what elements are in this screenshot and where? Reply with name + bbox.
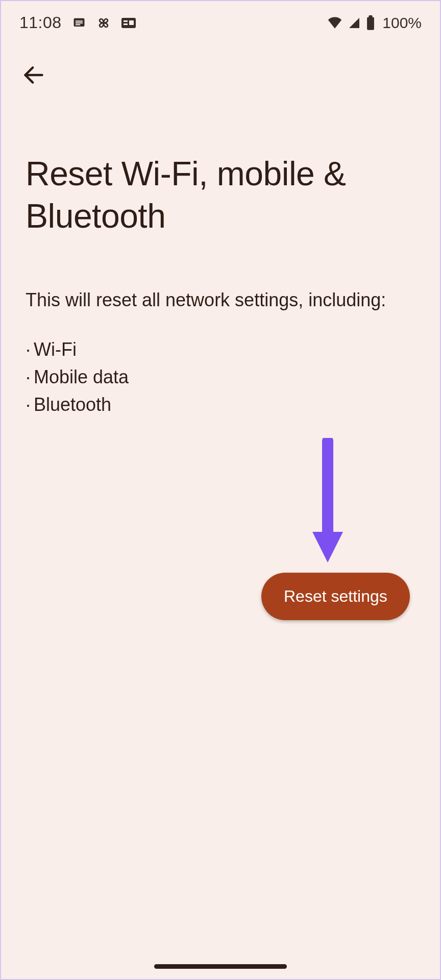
status-bar-right: 100% <box>327 14 422 32</box>
svg-rect-7 <box>129 20 134 25</box>
list-item-label: Wi-Fi <box>34 336 77 363</box>
page-description: This will reset all network settings, in… <box>26 287 415 313</box>
status-bar: 11:08 100% <box>1 1 440 38</box>
annotation-arrow-icon <box>307 438 348 566</box>
arrow-left-icon <box>22 64 45 86</box>
reset-settings-button[interactable]: Reset settings <box>261 573 410 620</box>
status-bar-left: 11:08 <box>19 13 136 32</box>
pinwheel-icon <box>96 16 111 30</box>
back-button[interactable] <box>17 59 50 91</box>
messages-icon <box>72 16 86 30</box>
list-item-label: Mobile data <box>34 363 129 391</box>
wifi-icon <box>327 17 342 29</box>
battery-icon <box>366 15 375 31</box>
svg-rect-9 <box>369 15 373 18</box>
news-icon <box>121 17 136 29</box>
cellular-signal-icon <box>348 17 361 29</box>
svg-rect-1 <box>76 20 83 21</box>
page-title: Reset Wi-Fi, mobile & Bluetooth <box>26 153 415 237</box>
svg-rect-2 <box>76 22 83 23</box>
list-item-label: Bluetooth <box>34 391 111 419</box>
list-item: ·Bluetooth <box>26 391 415 419</box>
list-item: ·Mobile data <box>26 363 415 391</box>
battery-percentage: 100% <box>382 14 422 32</box>
svg-rect-6 <box>124 23 128 25</box>
svg-rect-8 <box>367 17 374 30</box>
bullet-list: ·Wi-Fi ·Mobile data ·Bluetooth <box>26 336 415 419</box>
status-time: 11:08 <box>19 13 62 32</box>
list-item: ·Wi-Fi <box>26 336 415 363</box>
main-content: Reset Wi-Fi, mobile & Bluetooth This wil… <box>1 91 440 419</box>
svg-marker-12 <box>312 532 343 562</box>
navigation-handle[interactable] <box>154 964 287 969</box>
svg-rect-5 <box>124 20 128 22</box>
svg-rect-3 <box>76 24 80 25</box>
app-bar <box>1 38 440 91</box>
